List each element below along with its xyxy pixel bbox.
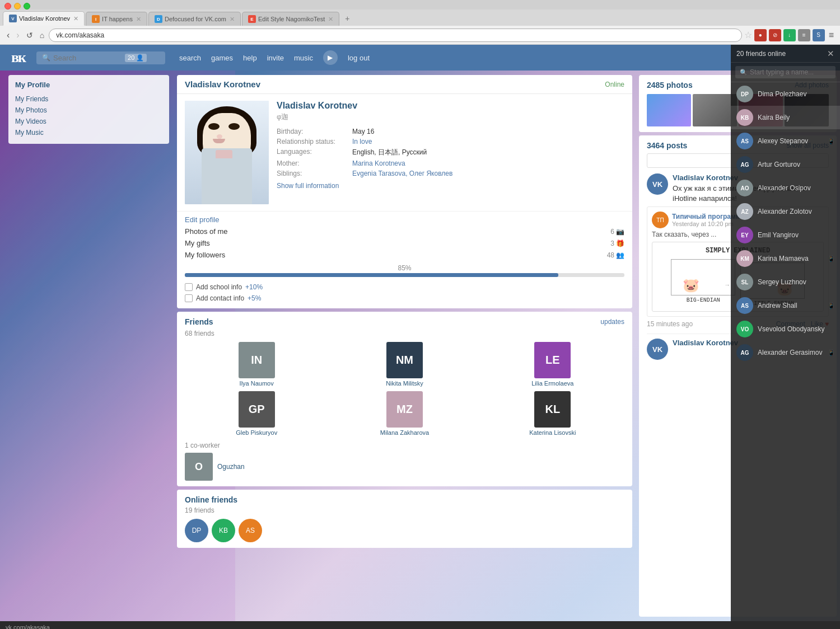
nav-back-btn[interactable]: ‹ [4,30,12,41]
online-friends-title[interactable]: Online friends [185,495,624,504]
panel-friend-avatar-6: EY [736,227,753,243]
panel-friend-4[interactable]: AO Alexander Osipov [731,176,840,200]
panel-friend-0[interactable]: DP Dima Polezhaev [731,82,840,106]
panel-friend-2[interactable]: AS Alexey Stepanov 📱 [731,129,840,153]
friends-title[interactable]: Friends [185,317,213,326]
edit-profile-link[interactable]: Edit profile [185,214,624,226]
panel-friend-8[interactable]: SL Sergey Luzhnov [731,270,840,294]
tab-defocus[interactable]: D Defocused for VK.com ✕ [148,12,241,26]
photos-count-label[interactable]: 2485 photos [647,81,693,90]
tab-edit[interactable]: E Edit Style NagomikoTest ✕ [242,12,339,26]
nav-home-btn[interactable]: ⌂ [38,30,46,40]
tab-favicon-edit: E [248,15,256,23]
panel-friend-avatar-3: AG [736,156,753,173]
my-profile-title: My Profile [15,81,162,89]
window-min-btn[interactable] [14,3,21,10]
sidebar-item-friends[interactable]: My Friends [15,93,162,105]
friend-item-2[interactable]: LE Lilia Ermolaeva [481,342,624,387]
languages-label: Languages: [277,148,352,157]
browser-icon-4[interactable]: ≡ [798,29,810,41]
friend-item-3[interactable]: GP Gleb Piskuryov [185,391,328,436]
vk-logo[interactable]: вк [11,49,25,66]
tab-it[interactable]: I IT happens ✕ [86,12,147,26]
nav-play-btn[interactable]: ▶ [323,50,338,65]
friend-name-4: Milana Zakharova [333,429,476,436]
nav-reload-btn[interactable]: ↺ [24,30,35,40]
checkbox-contact [185,294,193,302]
panel-friend-5[interactable]: AZ Alexander Zolotov [731,200,840,223]
big-endian-label: BIG-ENDIAN [670,297,737,303]
coworker-item[interactable]: O Oguzhan [185,453,624,481]
panel-search-input[interactable] [750,68,823,76]
panel-friend-9[interactable]: AS Andrew Shall 📱 [731,294,840,317]
photos-of-me-link[interactable]: Photos of me [185,227,228,236]
panel-friend-avatar-7: KM [736,250,753,267]
friend-item-1[interactable]: NM Nikita Militsky [333,342,476,387]
checkbox-school [185,283,193,291]
friend-name-0: Ilya Naumov [185,380,328,387]
browser-icon-5[interactable]: S [813,29,825,41]
panel-friend-7[interactable]: KM Karina Mamaeva 📱 [731,247,840,270]
header-search-input[interactable] [53,54,120,62]
my-followers-link[interactable]: My followers [185,251,225,259]
friend-item-4[interactable]: MZ Milana Zakharova [333,391,476,436]
birthday-value: May 16 [352,128,374,135]
panel-friend-avatar-1: KB [736,109,753,126]
tab-close-edit[interactable]: ✕ [328,16,333,23]
nav-invite[interactable]: invite [267,54,284,62]
tab-close-it[interactable]: ✕ [136,16,141,23]
nav-games[interactable]: games [211,54,233,62]
panel-friend-10[interactable]: VO Vsevolod Obodyansky [731,317,840,341]
nav-forward-btn[interactable]: › [14,30,21,41]
tab-close-vk[interactable]: ✕ [73,15,78,22]
my-gifts-link[interactable]: My gifts [185,239,210,247]
nav-logout[interactable]: log out [348,54,370,62]
tab-close-defocus[interactable]: ✕ [230,16,235,23]
panel-friend-1[interactable]: KB Kaira Beily [731,106,840,129]
panel-friend-11[interactable]: AG Alexander Gerasimov 📱 [731,341,840,364]
panel-friend-mobile-11: 📱 [828,350,834,356]
friends-widget: Friends updates 68 friends IN Ilya Naumo… [177,312,632,486]
siblings-value[interactable]: Evgenia Tarasova, Олег Яковлев [352,170,452,177]
post2-author[interactable]: Vladislav Korotnev [673,339,738,347]
sidebar-item-music[interactable]: My Music [15,127,162,138]
friend-item-5[interactable]: KL Katerina Lisovski [481,391,624,436]
add-contact-info-link[interactable]: Add contact info [196,294,244,302]
friend-avatar-1: NM [386,342,423,378]
online-friend-1[interactable]: DP [185,519,208,542]
tab-vk[interactable]: V Vladislav Korotnev ✕ [3,11,85,26]
panel-close-btn[interactable]: ✕ [827,49,834,58]
photo-thumb-1[interactable] [647,94,691,126]
address-bar[interactable] [49,29,742,42]
window-max-btn[interactable] [24,3,30,10]
new-tab-btn[interactable]: + [340,11,354,26]
friends-updates-link[interactable]: updates [600,318,624,326]
sidebar-item-photos[interactable]: My Photos [15,105,162,116]
friend-item-0[interactable]: IN Ilya Naumov [185,342,328,387]
bookmark-icon[interactable]: ☆ [744,30,752,40]
nav-music[interactable]: music [294,54,313,62]
online-friend-3[interactable]: AS [239,519,262,542]
mother-value[interactable]: Marina Korotneva [352,159,405,167]
repost-avatar: ТП [652,212,669,228]
panel-friend-6[interactable]: EY Emil Yangirov [731,223,840,247]
nav-search[interactable]: search [179,54,201,62]
friend-name-2: Lilia Ermolaeva [481,380,624,387]
window-close-btn[interactable] [4,3,11,10]
browser-icon-3[interactable]: ↓ [783,29,796,41]
my-gifts-count: 3🎁 [610,240,624,247]
add-school-info-link[interactable]: Add school info [196,283,242,291]
progress-bar-fill [185,273,558,277]
browser-menu-icon[interactable]: ≡ [827,30,836,40]
sidebar-item-videos[interactable]: My Videos [15,116,162,127]
profile-header-name: Vladislav Korotnev [185,79,260,89]
nav-help[interactable]: help [243,54,257,62]
post-time: 15 minutes ago [647,320,693,328]
show-full-info-link[interactable]: Show full information [277,182,624,190]
browser-icon-1[interactable]: ● [754,29,767,41]
panel-friend-mobile-2: 📱 [828,138,834,144]
panel-friend-3[interactable]: AG Artur Gorturov [731,153,840,176]
online-friend-2[interactable]: KB [212,519,235,542]
browser-icon-2[interactable]: ⊘ [769,29,781,41]
panel-friend-name-9: Andrew Shall [758,302,823,309]
